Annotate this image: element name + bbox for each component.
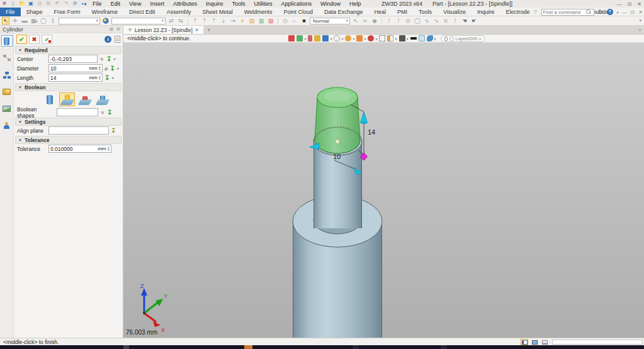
ribbon-tab-visualize[interactable]: Visualize bbox=[438, 8, 472, 16]
pick-column-icon[interactable]: ⫿ bbox=[49, 17, 57, 25]
ribbon-tab-directedit[interactable]: Direct Edit bbox=[123, 8, 161, 16]
target-icon[interactable]: ◉ bbox=[371, 17, 378, 25]
section-settings[interactable]: ▼ Settings bbox=[15, 118, 121, 126]
black-square-icon[interactable]: ■ bbox=[300, 17, 308, 25]
pick-point-icon[interactable]: ↧ bbox=[106, 56, 111, 62]
help-icon[interactable]: ? bbox=[607, 9, 613, 15]
expand-chevrons-icon[interactable]: » bbox=[99, 110, 106, 115]
library-folder-icon[interactable] bbox=[1, 86, 13, 97]
wireframe-sphere-icon[interactable] bbox=[334, 35, 340, 42]
menu-insert[interactable]: Insert bbox=[145, 0, 169, 8]
length-input[interactable] bbox=[49, 74, 89, 81]
apply-button[interactable]: ✔ bbox=[42, 35, 52, 44]
pick-region-icon[interactable]: ▦▾ bbox=[30, 17, 38, 25]
find-command-input[interactable] bbox=[543, 9, 586, 15]
redo-icon[interactable]: ↷ bbox=[63, 1, 69, 7]
shaded-view-icon[interactable] bbox=[322, 35, 329, 42]
settings-gear-icon[interactable]: ⚙ bbox=[598, 9, 603, 15]
role-manager-icon[interactable] bbox=[1, 120, 13, 131]
solid-box-icon[interactable] bbox=[314, 35, 320, 42]
boolean-intersect-button[interactable] bbox=[94, 92, 110, 106]
menu-applications[interactable]: Applications bbox=[277, 0, 317, 8]
relation-down-icon[interactable]: ⇆ bbox=[177, 17, 184, 25]
exit-sketch-icon[interactable] bbox=[288, 35, 295, 42]
panel-close-icon[interactable]: ✕ bbox=[116, 26, 120, 32]
entity-filter-combo[interactable]: ▾ bbox=[111, 18, 166, 25]
ribbon-tab-weldments[interactable]: Weldments bbox=[239, 8, 278, 16]
relation-up-icon[interactable]: ⇄ bbox=[167, 17, 175, 25]
info-icon[interactable]: i bbox=[105, 36, 111, 43]
view-orient-icon[interactable] bbox=[297, 35, 303, 42]
open-file-icon[interactable]: 📁 bbox=[19, 1, 25, 7]
tray-icon[interactable]: ▽ bbox=[534, 9, 537, 14]
pick-parent-icon[interactable]: ⇡ bbox=[210, 17, 218, 25]
half-section-icon[interactable] bbox=[387, 35, 393, 42]
save-icon[interactable]: ▣ bbox=[28, 1, 34, 7]
close-icon[interactable]: ✕ bbox=[637, 1, 641, 7]
history-clock-icon[interactable]: ◷ bbox=[281, 17, 289, 25]
new-file-icon[interactable]: ▯ bbox=[10, 1, 16, 7]
list-manager-icon[interactable]: ≡ bbox=[239, 17, 246, 25]
folder-session-icon[interactable]: ▧ bbox=[267, 17, 274, 25]
new-tab-button[interactable]: + bbox=[203, 26, 215, 34]
center-input[interactable] bbox=[49, 55, 97, 62]
tolerance-input[interactable] bbox=[49, 145, 98, 152]
style-combo[interactable]: Normal▾ bbox=[310, 18, 350, 25]
folder-history-icon[interactable]: ▤ bbox=[248, 17, 256, 25]
boolean-base-button[interactable] bbox=[42, 92, 57, 106]
doc-minimize-icon[interactable]: — bbox=[623, 10, 627, 14]
ribbon-tab-inquire[interactable]: Inquire bbox=[472, 8, 500, 16]
cancel-button[interactable]: ✖ bbox=[29, 35, 40, 44]
ribbon-tab-heal[interactable]: Heal bbox=[369, 8, 392, 16]
layer-combo[interactable]: Layer0000 ▾ bbox=[441, 35, 485, 42]
menu-utilities[interactable]: Utilities bbox=[249, 0, 276, 8]
quickbar-dropdown-icon[interactable]: ▾◀ bbox=[81, 1, 87, 7]
diameter-spinner[interactable]: ▴▾ bbox=[98, 66, 101, 70]
pick-all-icon[interactable]: ⇥ bbox=[229, 17, 237, 25]
ribbon-tab-pmi[interactable]: PMI bbox=[392, 8, 413, 16]
ribbon-tab-sheetmetal[interactable]: Sheet Metal bbox=[197, 8, 239, 16]
pick-length-icon[interactable]: ↧ bbox=[105, 75, 110, 81]
ribbon-tab-wireframe[interactable]: Wireframe bbox=[86, 8, 124, 16]
window-split-icon[interactable] bbox=[541, 339, 548, 345]
minimize-icon[interactable]: — bbox=[617, 1, 622, 7]
3d-canvas[interactable]: 14 10 Z Y X 76.003 mm bbox=[123, 43, 644, 338]
expand-chevrons-icon[interactable]: » bbox=[99, 57, 105, 62]
ribbon-tab-shape[interactable]: Shape bbox=[21, 8, 48, 16]
section-view-icon[interactable] bbox=[379, 35, 385, 42]
menu-attributes[interactable]: Attributes bbox=[169, 0, 201, 8]
ribbon-tab-electrode[interactable]: Electrode bbox=[500, 8, 536, 16]
ribbon-tab-file[interactable]: File bbox=[0, 8, 21, 16]
ribbon-tab-assembly[interactable]: Assembly bbox=[161, 8, 197, 16]
diameter-input[interactable] bbox=[49, 65, 89, 72]
menu-window[interactable]: Window bbox=[316, 0, 345, 8]
dark-display-icon[interactable] bbox=[399, 35, 405, 42]
section-tolerance[interactable]: ▼ Tolerance bbox=[15, 136, 121, 144]
undo-icon[interactable]: ↶ bbox=[54, 1, 60, 7]
remove-pick-icon[interactable]: ▬ bbox=[21, 17, 28, 25]
doc-restore-icon[interactable]: ⊡ bbox=[631, 9, 635, 15]
boolean-add-button[interactable] bbox=[59, 92, 75, 106]
menu-edit[interactable]: Edit bbox=[106, 0, 125, 8]
document-tab[interactable]: ✛ Lesson 22.Z3 - [Spindle] ✕ bbox=[123, 26, 203, 34]
tab-close-icon[interactable]: ✕ bbox=[195, 28, 199, 33]
boolean-shapes-input[interactable] bbox=[57, 109, 98, 116]
folder-regen-icon[interactable]: ▥ bbox=[257, 17, 265, 25]
boolean-remove-button[interactable] bbox=[77, 92, 93, 106]
menu-inquire[interactable]: Inquire bbox=[201, 0, 228, 8]
options-page-icon[interactable] bbox=[115, 36, 120, 43]
pick-diameter-icon[interactable]: ↧ bbox=[110, 65, 115, 72]
caret-down-icon[interactable]: ▾ bbox=[117, 66, 119, 70]
tolerance-spinner[interactable]: ▴▾ bbox=[107, 147, 110, 151]
menu-tools[interactable]: Tools bbox=[227, 0, 249, 8]
menu-view[interactable]: View bbox=[125, 0, 145, 8]
ribbon-tab-freeform[interactable]: Free Form bbox=[48, 8, 86, 16]
link-icon[interactable]: ∞ bbox=[361, 17, 369, 25]
filter-combo[interactable]: ▾ bbox=[59, 18, 100, 25]
pick-prev-icon[interactable]: ⇡ bbox=[201, 17, 208, 25]
monitor-icon[interactable] bbox=[531, 339, 538, 345]
ok-button[interactable]: ✔ bbox=[16, 35, 27, 44]
diameter-phi-icon[interactable]: ⌀ bbox=[105, 65, 108, 72]
align-plane-input[interactable] bbox=[49, 127, 108, 134]
render-mode-icon[interactable] bbox=[345, 35, 351, 42]
